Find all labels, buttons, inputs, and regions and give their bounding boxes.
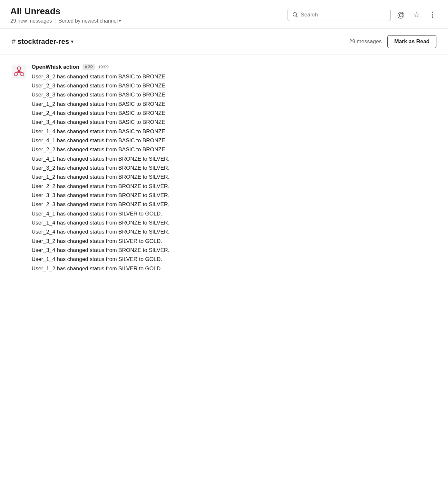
app-badge: APP bbox=[83, 64, 95, 70]
message-content: OpenWhisk action APP 19:09 User_3_2 has … bbox=[32, 64, 436, 274]
channel-header-right: 29 messages Mark as Read bbox=[349, 35, 436, 48]
message-header: OpenWhisk action APP 19:09 bbox=[32, 64, 436, 70]
message-line: User_3_4 has changed status from BASIC t… bbox=[32, 118, 436, 127]
header-subtitle: 29 new messages | Sorted by newest chann… bbox=[10, 18, 121, 24]
message-line: User_4_1 has changed status from BRONZE … bbox=[32, 155, 436, 164]
message-line: User_2_4 has changed status from BRONZE … bbox=[32, 227, 436, 236]
message-line: User_1_4 has changed status from SILVER … bbox=[32, 255, 436, 264]
message-line: User_3_4 has changed status from BRONZE … bbox=[32, 246, 436, 255]
message-line: User_3_2 has changed status from BASIC t… bbox=[32, 72, 436, 81]
search-box[interactable] bbox=[287, 9, 391, 21]
message-line: User_2_4 has changed status from BASIC t… bbox=[32, 109, 436, 118]
more-icon: ⋮ bbox=[429, 11, 436, 19]
message-line: User_1_4 has changed status from BRONZE … bbox=[32, 218, 436, 227]
channel-header: # stocktrader-res ▾ 29 messages Mark as … bbox=[0, 29, 448, 55]
message-line: User_2_3 has changed status from BRONZE … bbox=[32, 200, 436, 209]
message-line: User_3_2 has changed status from SILVER … bbox=[32, 237, 436, 246]
search-input[interactable] bbox=[301, 12, 386, 18]
message-count: 29 messages bbox=[349, 38, 382, 45]
header-left: All Unreads 29 new messages | Sorted by … bbox=[10, 6, 121, 24]
separator: | bbox=[54, 18, 56, 24]
svg-line-1 bbox=[296, 15, 297, 17]
mark-as-read-button[interactable]: Mark as Read bbox=[387, 35, 436, 48]
message-line: User_4_1 has changed status from SILVER … bbox=[32, 209, 436, 218]
message-line: User_2_2 has changed status from BRONZE … bbox=[32, 182, 436, 191]
message-row: OpenWhisk action APP 19:09 User_3_2 has … bbox=[12, 64, 436, 274]
message-line: User_4_1 has changed status from BASIC t… bbox=[32, 136, 436, 145]
message-line: User_1_2 has changed status from SILVER … bbox=[32, 264, 436, 273]
sort-chevron-icon: ▾ bbox=[119, 19, 121, 23]
sender-name: OpenWhisk action bbox=[32, 64, 79, 70]
message-line: User_3_2 has changed status from BRONZE … bbox=[32, 164, 436, 173]
channel-chevron-icon[interactable]: ▾ bbox=[71, 38, 73, 45]
sort-label[interactable]: Sorted by newest channel ▾ bbox=[58, 18, 121, 24]
at-button[interactable]: @ bbox=[395, 8, 407, 21]
message-lines: User_3_2 has changed status from BASIC t… bbox=[32, 72, 436, 274]
message-line: User_1_4 has changed status from BASIC t… bbox=[32, 127, 436, 136]
channel-name: stocktrader-res bbox=[17, 37, 69, 46]
search-icon bbox=[292, 12, 298, 18]
message-area: OpenWhisk action APP 19:09 User_3_2 has … bbox=[0, 55, 448, 284]
svg-point-9 bbox=[18, 71, 20, 73]
message-line: User_2_2 has changed status from BASIC t… bbox=[32, 145, 436, 154]
avatar bbox=[12, 65, 26, 79]
page-title: All Unreads bbox=[10, 6, 121, 17]
channel-name-area[interactable]: # stocktrader-res ▾ bbox=[12, 37, 73, 46]
message-line: User_3_3 has changed status from BASIC t… bbox=[32, 90, 436, 99]
message-line: User_1_2 has changed status from BRONZE … bbox=[32, 173, 436, 182]
star-button[interactable]: ☆ bbox=[411, 8, 422, 21]
at-icon: @ bbox=[397, 10, 405, 19]
message-timestamp: 19:09 bbox=[98, 65, 109, 69]
message-line: User_2_3 has changed status from BASIC t… bbox=[32, 81, 436, 90]
header-right: @ ☆ ⋮ bbox=[287, 8, 438, 21]
more-button[interactable]: ⋮ bbox=[427, 9, 438, 21]
app-header: All Unreads 29 new messages | Sorted by … bbox=[0, 0, 448, 29]
new-messages-count: 29 new messages bbox=[10, 18, 52, 24]
message-line: User_3_3 has changed status from BRONZE … bbox=[32, 191, 436, 200]
channel-hash-icon: # bbox=[12, 37, 15, 46]
message-line: User_1_2 has changed status from BASIC t… bbox=[32, 100, 436, 109]
star-icon: ☆ bbox=[413, 10, 420, 19]
